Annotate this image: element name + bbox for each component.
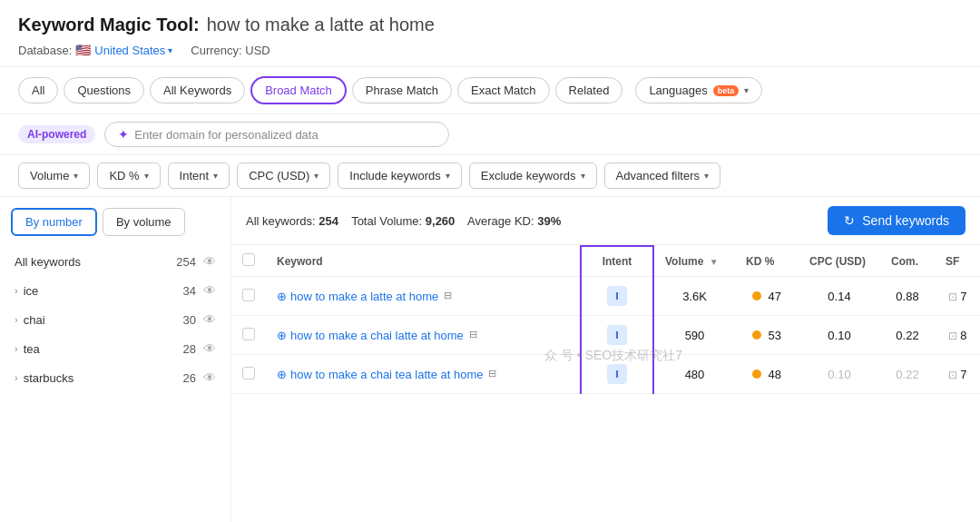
kd-dot	[752, 330, 761, 340]
tab-exact-match[interactable]: Exact Match	[457, 77, 550, 103]
row2-checkbox[interactable]	[242, 328, 255, 340]
sf-icon: ⊡	[948, 291, 957, 303]
table-row: ⊕ how to make a latte at home ⊟ I 3.6K 4…	[231, 277, 980, 316]
cpc-label: CPC (USD)	[249, 169, 309, 182]
kd-dot	[752, 291, 761, 300]
th-com: Com.	[880, 246, 935, 277]
volume-filter[interactable]: Volume ▾	[18, 163, 90, 189]
advanced-filters[interactable]: Advanced filters ▾	[604, 163, 721, 189]
include-label: Include keywords	[349, 169, 440, 182]
row3-keyword-link[interactable]: ⊕ how to make a chai tea latte at home ⊟	[277, 368, 569, 381]
chevron-right-icon: ›	[15, 285, 18, 296]
all-keywords-label: All keywords	[15, 255, 176, 269]
row1-checkbox-cell	[231, 277, 266, 316]
row2-volume: 590	[685, 329, 705, 342]
eye-icon: 👁	[203, 312, 216, 327]
total-volume-label: Total Volume:	[351, 214, 422, 228]
row1-intent-cell: I	[581, 277, 653, 316]
sidebar-item-tea[interactable]: › tea 28 👁	[0, 334, 230, 363]
tab-related[interactable]: Related	[555, 77, 623, 103]
row3-com-cell: 0.22	[880, 355, 935, 394]
domain-input[interactable]: ✦ Enter domain for personalized data	[104, 122, 449, 147]
row1-cpc-cell: 0.14	[799, 277, 880, 316]
th-intent: Intent	[581, 246, 653, 277]
include-keywords-filter[interactable]: Include keywords ▾	[338, 163, 461, 189]
chevron-down-icon: ▾	[446, 171, 450, 181]
eye-icon: 👁	[203, 341, 216, 356]
row1-kd-cell: 47	[735, 277, 799, 316]
row2-kd-cell: 53	[735, 316, 799, 355]
add-circle-icon: ⊕	[277, 329, 287, 342]
row2-checkbox-cell	[231, 316, 266, 355]
eye-icon: 👁	[203, 283, 216, 298]
row1-keyword-text: how to make a latte at home	[290, 290, 438, 303]
row2-volume-cell: 590	[653, 316, 735, 355]
row3-checkbox[interactable]	[242, 367, 255, 379]
th-volume-label: Volume	[665, 255, 703, 268]
country-link[interactable]: United States ▾	[94, 44, 172, 57]
by-number-button[interactable]: By number	[11, 208, 97, 236]
row3-checkbox-cell	[231, 355, 266, 394]
th-volume[interactable]: Volume ▼	[653, 246, 735, 277]
exclude-keywords-filter[interactable]: Exclude keywords ▾	[469, 163, 597, 189]
eye-icon: 👁	[203, 254, 216, 269]
kd-filter[interactable]: KD % ▾	[97, 163, 160, 189]
th-sf-label: SF	[946, 255, 959, 268]
tab-questions[interactable]: Questions	[64, 77, 144, 103]
eye-icon: 👁	[203, 370, 216, 385]
add-circle-icon: ⊕	[277, 290, 287, 303]
row1-com: 0.88	[896, 290, 918, 303]
tab-all[interactable]: All	[18, 77, 58, 103]
tabs-row: All Questions All Keywords Broad Match P…	[0, 67, 980, 114]
intent-filter[interactable]: Intent ▾	[168, 163, 230, 189]
tab-phrase-match[interactable]: Phrase Match	[352, 77, 452, 103]
select-all-checkbox[interactable]	[242, 253, 255, 266]
row2-keyword-link[interactable]: ⊕ how to make a chai latte at home ⊟	[277, 329, 569, 342]
beta-badge: beta	[713, 85, 740, 96]
avg-kd-value: 39%	[537, 214, 561, 228]
intent-badge: I	[607, 364, 627, 384]
cpc-filter[interactable]: CPC (USD) ▾	[237, 163, 330, 189]
send-keywords-button[interactable]: ↻ Send keywords	[828, 206, 965, 235]
th-cpc-label: CPC (USD)	[809, 255, 866, 268]
tab-broad-match[interactable]: Broad Match	[250, 76, 347, 104]
languages-dropdown[interactable]: Languages beta ▾	[635, 77, 762, 103]
sidebar-item-all[interactable]: All keywords 254 👁	[0, 247, 230, 276]
kd-label: KD %	[109, 169, 139, 182]
sidebar-label: chai	[24, 313, 183, 327]
chevron-right-icon: ›	[15, 372, 18, 383]
row2-com-cell: 0.22	[880, 316, 935, 355]
domain-placeholder: Enter domain for personalized data	[134, 128, 318, 142]
sort-icon: ▼	[710, 257, 719, 267]
row2-cpc: 0.10	[828, 329, 850, 342]
row1-keyword-link[interactable]: ⊕ how to make a latte at home ⊟	[277, 290, 569, 303]
row2-keyword-text: how to make a chai latte at home	[290, 329, 464, 342]
row3-intent-cell: I	[581, 355, 653, 394]
by-volume-button[interactable]: By volume	[103, 208, 185, 236]
sidebar-label: ice	[24, 284, 183, 298]
row3-cpc-cell: 0.10 众 号 • SEO技术研究社7	[799, 355, 880, 394]
row3-kd-cell: 48	[735, 355, 799, 394]
row2-cpc-cell: 0.10	[799, 316, 880, 355]
chevron-down-icon: ▾	[744, 85, 749, 95]
row3-sf: 7	[960, 368, 966, 381]
th-checkbox	[231, 246, 266, 277]
intent-badge: I	[607, 325, 627, 345]
total-volume-value: 9,260	[426, 214, 456, 228]
flag-icon: 🇺🇸	[75, 43, 91, 57]
subtitle-row: Database: 🇺🇸 United States ▾ Currency: U…	[18, 43, 962, 57]
sidebar-count: 26	[183, 371, 196, 385]
row3-kd: 48	[752, 368, 781, 381]
sidebar-item-ice[interactable]: › ice 34 👁	[0, 276, 230, 305]
advanced-label: Advanced filters	[616, 169, 701, 182]
row1-checkbox[interactable]	[242, 289, 255, 301]
header: Keyword Magic Tool: how to make a latte …	[0, 0, 980, 67]
tab-all-keywords[interactable]: All Keywords	[150, 77, 245, 103]
sidebar-item-starbucks[interactable]: › starbucks 26 👁	[0, 363, 230, 392]
save-icon: ⊟	[444, 290, 452, 301]
volume-label: Volume	[30, 169, 69, 182]
row2-kd: 53	[769, 329, 781, 342]
sidebar-item-chai[interactable]: › chai 30 👁	[0, 305, 230, 334]
th-kd: KD %	[735, 246, 799, 277]
sidebar-count: 30	[183, 313, 196, 327]
